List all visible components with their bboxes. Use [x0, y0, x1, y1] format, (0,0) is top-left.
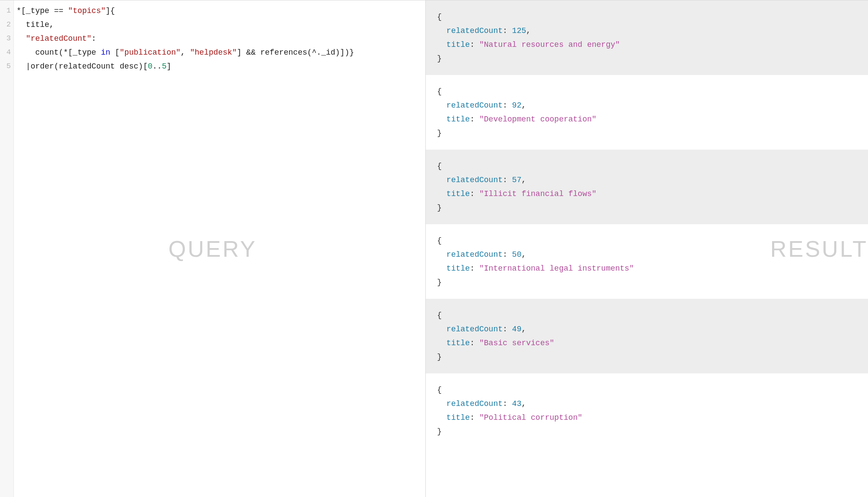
- brace-open: {: [437, 311, 442, 320]
- line-number: 5: [0, 59, 13, 73]
- result-key: relatedCount: [447, 101, 503, 110]
- result-key: title: [447, 190, 470, 198]
- result-count-value: 50: [512, 250, 522, 259]
- query-panel: 1 2 3 4 5 *[_type == "topics"]{ title, "…: [0, 0, 426, 497]
- brace-close: }: [437, 353, 442, 361]
- result-item[interactable]: { relatedCount: 92, title: "Development …: [426, 75, 868, 150]
- code-line: title,: [16, 20, 54, 29]
- result-key: relatedCount: [447, 250, 503, 259]
- brace-open: {: [437, 386, 442, 394]
- line-number-gutter: 1 2 3 4 5: [0, 0, 14, 497]
- result-panel[interactable]: RESULT { relatedCount: 125, title: "Natu…: [426, 0, 868, 497]
- result-key: relatedCount: [447, 176, 503, 184]
- result-title-value: "Basic services": [479, 339, 554, 347]
- result-item[interactable]: { relatedCount: 43, title: "Political co…: [426, 373, 868, 448]
- result-title-value: "Political corruption": [479, 413, 582, 422]
- result-key: title: [447, 339, 470, 347]
- line-number: 1: [0, 4, 13, 18]
- result-count-value: 57: [512, 176, 522, 184]
- result-title-value: "Development cooperation": [479, 115, 596, 124]
- code-line: *[_type == "topics"]{: [16, 7, 115, 15]
- line-number: 3: [0, 32, 13, 46]
- brace-open: {: [437, 162, 442, 170]
- result-item[interactable]: { relatedCount: 50, title: "Internationa…: [426, 224, 868, 299]
- results-container: { relatedCount: 125, title: "Natural res…: [426, 0, 868, 448]
- brace-open: {: [437, 236, 442, 245]
- result-key: relatedCount: [447, 325, 503, 334]
- result-key: title: [447, 115, 470, 124]
- result-key: title: [447, 413, 470, 422]
- line-number: 4: [0, 46, 13, 59]
- result-item[interactable]: { relatedCount: 49, title: "Basic servic…: [426, 299, 868, 373]
- query-editor[interactable]: *[_type == "topics"]{ title, "relatedCou…: [14, 0, 425, 497]
- result-key: relatedCount: [447, 26, 503, 35]
- result-item[interactable]: { relatedCount: 57, title: "Illicit fina…: [426, 150, 868, 224]
- brace-close: }: [437, 203, 442, 212]
- brace-open: {: [437, 13, 442, 21]
- result-title-value: "International legal instruments": [479, 264, 634, 273]
- code-line: |order(relatedCount desc)[0..5]: [16, 62, 171, 71]
- result-count-value: 43: [512, 399, 522, 408]
- result-title-value: "Natural resources and energy": [479, 40, 620, 49]
- result-count-value: 49: [512, 325, 522, 334]
- result-key: title: [447, 40, 470, 49]
- result-count-value: 125: [512, 26, 526, 35]
- result-count-value: 92: [512, 101, 522, 110]
- brace-close: }: [437, 54, 442, 63]
- code-line: "relatedCount":: [16, 34, 96, 43]
- brace-close: }: [437, 427, 442, 436]
- brace-close: }: [437, 129, 442, 137]
- brace-close: }: [437, 278, 442, 287]
- code-line: count(*[_type in ["publication", "helpde…: [16, 48, 354, 57]
- result-item[interactable]: { relatedCount: 125, title: "Natural res…: [426, 0, 868, 75]
- line-number: 2: [0, 18, 13, 32]
- brace-open: {: [437, 87, 442, 96]
- result-key: title: [447, 264, 470, 273]
- result-title-value: "Illicit financial flows": [479, 190, 596, 198]
- result-key: relatedCount: [447, 399, 503, 408]
